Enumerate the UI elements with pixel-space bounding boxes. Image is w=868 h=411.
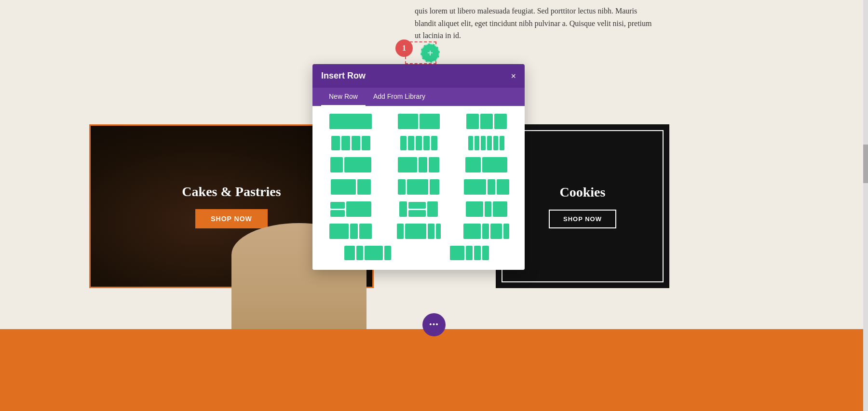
layout-block [500, 136, 504, 150]
layout-row-5 [321, 201, 516, 217]
layout-block [493, 201, 507, 217]
layout-r7-1[interactable] [321, 246, 414, 260]
layout-asym-2[interactable] [389, 179, 448, 195]
layout-block [405, 224, 426, 239]
layout-block [481, 136, 486, 150]
layout-block [482, 246, 489, 260]
layout-block [344, 157, 371, 172]
layout-row-7 [321, 246, 516, 260]
tab-add-from-library[interactable]: Add From Library [366, 88, 433, 106]
layout-block [490, 224, 502, 239]
layout-col-group [330, 202, 345, 217]
layout-row-1 [321, 114, 516, 129]
layout-block [429, 157, 439, 172]
modal-header: Insert Row × [312, 64, 525, 88]
layout-6col[interactable] [457, 136, 516, 150]
layout-block [350, 224, 358, 239]
shop-now-button-left[interactable]: SHOP NOW [195, 209, 268, 228]
layout-block [428, 224, 434, 239]
layout-block [341, 136, 350, 150]
layout-block [365, 246, 383, 260]
layout-block [356, 246, 363, 260]
layout-block [494, 114, 507, 129]
card-left-title: Cakes & Pastries [182, 184, 281, 199]
layout-block [384, 246, 391, 260]
layout-block [466, 114, 479, 129]
layout-block [497, 179, 509, 195]
layout-row-3 [321, 157, 516, 172]
layout-block [430, 179, 439, 195]
layout-stacked-1[interactable] [321, 201, 380, 217]
layout-r6-3[interactable] [457, 224, 516, 239]
layout-block [408, 202, 426, 209]
layout-r6-1[interactable] [321, 224, 380, 239]
layout-stacked-3[interactable] [457, 201, 516, 217]
layout-block [468, 136, 473, 150]
layout-twothird-third[interactable] [389, 157, 448, 172]
layout-block [398, 157, 417, 172]
layout-block [464, 179, 486, 195]
step-badge-1: 1 [395, 40, 413, 57]
layout-block [331, 136, 340, 150]
scrollbar-thumb[interactable] [863, 145, 868, 183]
modal-title: Insert Row [321, 71, 366, 81]
layout-3col[interactable] [457, 114, 516, 129]
layout-1col[interactable] [321, 114, 380, 129]
modal-body [312, 106, 525, 270]
layout-block [493, 136, 498, 150]
layout-third-twothird[interactable] [321, 157, 380, 172]
modal-tabs: New Row Add From Library [312, 88, 525, 106]
layout-block [466, 201, 483, 217]
layout-block [330, 202, 345, 209]
plus-icon: + [427, 48, 434, 58]
layout-5col[interactable] [389, 136, 448, 150]
layout-block [346, 201, 371, 217]
modal-close-button[interactable]: × [511, 72, 516, 80]
layout-row-2 [321, 136, 516, 150]
layout-asym-1[interactable] [321, 179, 380, 195]
layout-block [474, 246, 481, 260]
layout-block [416, 136, 422, 150]
layout-4col[interactable] [321, 136, 380, 150]
tab-new-row[interactable]: New Row [321, 88, 366, 106]
layout-block [398, 114, 418, 129]
card-right-title: Cookies [549, 185, 616, 200]
layout-block [463, 224, 481, 239]
layout-asym-3[interactable] [457, 179, 516, 195]
layout-block [399, 201, 407, 217]
layout-block [482, 157, 507, 172]
layout-block [482, 224, 489, 239]
layout-block [488, 179, 495, 195]
layout-block [330, 210, 345, 217]
layout-block [419, 157, 427, 172]
layout-block [398, 179, 406, 195]
scrollbar[interactable] [863, 0, 868, 411]
layout-block [400, 136, 407, 150]
bottom-strip [0, 329, 868, 411]
layout-block [480, 114, 493, 129]
layout-block [352, 136, 360, 150]
layout-block [331, 179, 356, 195]
layout-block [466, 246, 473, 260]
layout-row-6 [321, 224, 516, 239]
layout-block [397, 224, 404, 239]
insert-row-modal: Insert Row × New Row Add From Library [312, 64, 525, 270]
layout-mixed-3[interactable] [457, 157, 516, 172]
layout-block [450, 246, 464, 260]
layout-row-4 [321, 179, 516, 195]
layout-block [436, 224, 441, 239]
layout-block [465, 157, 481, 172]
layout-r6-2[interactable] [389, 224, 448, 239]
layout-r7-2[interactable] [423, 246, 516, 260]
layout-block [344, 246, 355, 260]
layout-2col[interactable] [389, 114, 448, 129]
layout-block [359, 224, 372, 239]
insert-row-trigger[interactable]: + [420, 43, 440, 63]
layout-stacked-2[interactable] [389, 201, 448, 217]
dots-menu-button[interactable]: ••• [422, 313, 446, 336]
layout-block [427, 201, 438, 217]
page-text-content: quis lorem ut libero malesuada feugiat. … [415, 0, 656, 47]
layout-block [408, 136, 414, 150]
layout-block [420, 114, 440, 129]
shop-now-button-right[interactable]: SHOP NOW [549, 210, 616, 228]
